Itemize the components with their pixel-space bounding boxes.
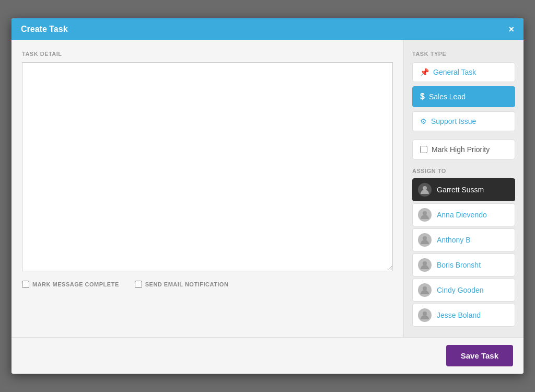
modal-title: Create Task	[21, 25, 68, 34]
task-type-support[interactable]: ⚙ Support Issue	[412, 111, 515, 131]
assignee-boris[interactable]: Boris Bronsht	[412, 253, 515, 276]
avatar-anna	[418, 208, 432, 222]
assignee-garrett-name: Garrett Sussm	[437, 186, 484, 194]
task-type-label: TASK TYPE	[412, 51, 515, 57]
mark-complete-checkbox-label[interactable]: MARK MESSAGE COMPLETE	[22, 281, 119, 288]
left-panel: TASK DETAIL MARK MESSAGE COMPLETE SEND E…	[11, 40, 403, 337]
support-issue-label: Support Issue	[431, 117, 476, 125]
assignee-anthony-name: Anthony B	[437, 236, 471, 244]
svg-point-5	[423, 312, 427, 316]
modal-close-button[interactable]: ×	[508, 25, 514, 34]
right-panel: TASK TYPE 📌 General Task $ Sales Lead ⚙	[403, 40, 524, 337]
send-email-checkbox-label[interactable]: SEND EMAIL NOTIFICATION	[135, 281, 229, 288]
task-type-buttons: 📌 General Task $ Sales Lead ⚙ Support Is…	[412, 62, 515, 131]
checkboxes-row: MARK MESSAGE COMPLETE SEND EMAIL NOTIFIC…	[22, 281, 393, 288]
send-email-checkbox[interactable]	[135, 281, 142, 288]
svg-point-0	[423, 186, 427, 190]
priority-label: Mark High Priority	[432, 145, 490, 154]
task-type-sales[interactable]: $ Sales Lead	[412, 86, 515, 107]
svg-point-3	[423, 261, 427, 266]
assignee-cindy-name: Cindy Gooden	[437, 286, 484, 294]
avatar-jesse	[418, 308, 432, 322]
task-detail-label: TASK DETAIL	[22, 51, 393, 57]
modal-body: TASK DETAIL MARK MESSAGE COMPLETE SEND E…	[11, 40, 524, 337]
assignee-list: Garrett Sussm Anna Dievendo	[412, 178, 515, 327]
priority-checkbox[interactable]	[420, 146, 427, 153]
avatar-garrett	[418, 183, 432, 197]
avatar-cindy	[418, 283, 432, 297]
mark-complete-checkbox[interactable]	[22, 281, 29, 288]
assignee-jesse-name: Jesse Boland	[437, 311, 481, 319]
assign-to-section: ASSIGN TO Garrett Sussm	[412, 168, 515, 327]
sales-lead-label: Sales Lead	[429, 93, 466, 101]
assignee-anna-name: Anna Dievendo	[437, 211, 487, 219]
assign-to-label: ASSIGN TO	[412, 168, 515, 174]
svg-point-4	[423, 286, 427, 291]
assignee-boris-name: Boris Bronsht	[437, 261, 481, 269]
assignee-cindy[interactable]: Cindy Gooden	[412, 279, 515, 302]
task-type-general[interactable]: 📌 General Task	[412, 62, 515, 82]
sales-lead-icon: $	[420, 92, 425, 101]
support-issue-icon: ⚙	[420, 117, 427, 125]
general-task-label: General Task	[433, 68, 476, 76]
task-detail-textarea[interactable]	[22, 62, 393, 271]
priority-row[interactable]: Mark High Priority	[412, 140, 515, 159]
assignee-anthony[interactable]: Anthony B	[412, 228, 515, 251]
svg-point-2	[423, 236, 427, 240]
modal-header: Create Task ×	[11, 18, 524, 40]
create-task-modal: Create Task × TASK DETAIL MARK MESSAGE C…	[11, 18, 524, 374]
modal-overlay: Create Task × TASK DETAIL MARK MESSAGE C…	[0, 0, 535, 392]
send-email-label: SEND EMAIL NOTIFICATION	[145, 281, 229, 287]
avatar-anthony	[418, 233, 432, 247]
mark-complete-label: MARK MESSAGE COMPLETE	[32, 281, 119, 287]
svg-point-1	[423, 211, 427, 215]
assignee-jesse[interactable]: Jesse Boland	[412, 304, 515, 327]
general-task-icon: 📌	[420, 68, 429, 76]
modal-footer: Save Task	[11, 337, 524, 374]
avatar-boris	[418, 258, 432, 272]
assignee-anna[interactable]: Anna Dievendo	[412, 203, 515, 226]
assignee-garrett[interactable]: Garrett Sussm	[412, 178, 515, 201]
save-task-button[interactable]: Save Task	[446, 345, 513, 366]
